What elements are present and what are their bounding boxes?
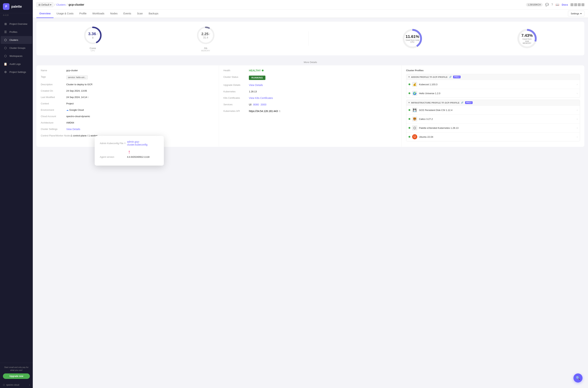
service-port1-link[interactable]: :8080 bbox=[252, 103, 259, 106]
chat-icon[interactable]: 💬 bbox=[545, 3, 549, 6]
tab-overview[interactable]: Overview bbox=[36, 9, 53, 18]
cloud-account-label: Cloud Account bbox=[41, 115, 66, 118]
infra-profile-group: ▾ INFRASTRUCTURE PROFILE TF-GCP-PROFILE … bbox=[406, 100, 580, 141]
memory-name: Gb bbox=[204, 47, 207, 49]
cluster-settings-link[interactable]: View Details bbox=[66, 128, 80, 131]
health-row: Health HEALTHY bbox=[223, 69, 397, 72]
book-icon[interactable]: 📖 bbox=[556, 3, 559, 6]
memory-donut-sub: MEMORY bbox=[521, 42, 533, 44]
sidebar-item-label: Project Settings bbox=[9, 71, 26, 73]
more-details-link[interactable]: More Details bbox=[36, 59, 584, 65]
profile-item-ubuntu: U Ubuntu 22.04 › bbox=[406, 132, 580, 141]
kubecost-name: Kubecost 1.103.3 bbox=[419, 83, 575, 86]
infra-link-icon[interactable]: 🔗 bbox=[461, 101, 464, 104]
settings-button[interactable]: Settings ▾ bbox=[568, 11, 584, 16]
sidebar-item-workspaces[interactable]: ⬡ Workspaces bbox=[1, 52, 32, 60]
help-icon[interactable]: ? bbox=[551, 3, 553, 6]
cpu-circle: 3.36 / 8 bbox=[83, 25, 103, 45]
health-text: HEALTHY bbox=[249, 69, 261, 72]
cluster-groups-icon: ⬡ bbox=[4, 46, 7, 50]
agent-version-row: Agent version 4.4.9/20240912.1118 bbox=[100, 156, 159, 158]
cluster-status-section: Health HEALTHY Cluster Status RUNNING Up… bbox=[219, 65, 402, 147]
context-row: Context Project bbox=[41, 102, 214, 105]
kubernetes-label: Kubernetes bbox=[223, 90, 249, 93]
tab-events[interactable]: Events bbox=[120, 9, 134, 18]
kubeconfig-link[interactable]: admin.gcp-cluster.kubeconfig bbox=[127, 140, 159, 146]
control-plane-value: 1 control-plane / 1 worker bbox=[71, 134, 98, 137]
tab-scan[interactable]: Scan bbox=[134, 9, 146, 18]
settings-label: Settings bbox=[571, 12, 579, 15]
upgrade-button[interactable]: Upgrade now bbox=[3, 373, 30, 379]
project-settings-icon: ⚙ bbox=[4, 70, 7, 74]
sidebar-item-cluster-groups[interactable]: ⬡ Cluster Groups bbox=[1, 44, 32, 52]
docs-link[interactable]: Docs bbox=[562, 3, 568, 6]
default-dropdown[interactable]: ⊞ Default ▾ bbox=[36, 2, 53, 7]
kubecost-status-dot bbox=[408, 83, 410, 85]
sidebar-collapse-button[interactable]: ‹ bbox=[29, 384, 30, 386]
infra-expand-icon[interactable]: ▾ bbox=[408, 101, 410, 104]
k8s-api-url: https://34.54.126.181:443 bbox=[249, 110, 278, 113]
description-label: Description bbox=[41, 83, 66, 86]
tab-nodes[interactable]: Nodes bbox=[107, 9, 120, 18]
hello-universe-name: Hello Universe 1.2.0 bbox=[419, 92, 575, 95]
tab-usage-costs[interactable]: Usage & Costs bbox=[53, 9, 76, 18]
tenant-label: spectro cloud bbox=[6, 384, 19, 386]
list-view-icon[interactable] bbox=[574, 3, 577, 6]
sidebar-item-audit-logs[interactable]: 📋 Audit Logs bbox=[1, 60, 32, 68]
ubuntu-icon: U bbox=[412, 134, 417, 139]
dropdown-chevron-icon: ▾ bbox=[50, 3, 51, 6]
name-label: Name bbox=[41, 69, 66, 72]
tab-backups[interactable]: Backups bbox=[146, 9, 161, 18]
memory-metric: 2.25 / 31.4 Gb MEMORY bbox=[196, 25, 216, 52]
kubeconfig-info-icon[interactable]: ℹ bbox=[125, 142, 125, 145]
sidebar-footer: Start small and only pay for what you us… bbox=[0, 363, 33, 382]
usage-indicator: 1.29/100KCH bbox=[526, 3, 543, 7]
created-row: Created On 24 Sep 2024, 13:05 bbox=[41, 89, 214, 92]
clusters-breadcrumb-link[interactable]: Clusters bbox=[56, 3, 66, 6]
compact-view-icon[interactable] bbox=[581, 3, 584, 6]
search-fab-button[interactable]: 🔍 bbox=[573, 373, 583, 383]
upgrade-link[interactable]: View Details bbox=[249, 84, 263, 87]
memory-donut: 7.43% Used from total MEMORY bbox=[516, 28, 538, 49]
sidebar-item-project-settings[interactable]: ⚙ Project Settings bbox=[1, 68, 32, 76]
infra-badge: PROJ bbox=[465, 101, 473, 104]
cpu-circle-label: 3.36 / 8 bbox=[88, 31, 98, 39]
k8s-api-row: Kubernetes API https://34.54.126.181:443… bbox=[223, 110, 397, 113]
audit-logs-icon: 📋 bbox=[4, 62, 7, 66]
info-icon[interactable]: ℹ bbox=[88, 96, 89, 98]
created-label: Created On bbox=[41, 89, 66, 92]
addon-profile-header: ▾ ADDON PROFILE TF-GCP-PROFILE 🔗 PROJ bbox=[406, 74, 580, 80]
k8s-certs-link[interactable]: View K8s Certificates bbox=[249, 97, 273, 99]
logo-icon: P bbox=[3, 3, 9, 10]
context-value: Project bbox=[66, 102, 73, 105]
sidebar-item-label: Workspaces bbox=[9, 55, 23, 57]
panel-view-icon[interactable] bbox=[578, 3, 581, 6]
link-icon[interactable]: 🔗 bbox=[449, 76, 452, 78]
ubuntu-status-dot bbox=[408, 136, 410, 138]
copy-icon[interactable]: ⎘ bbox=[279, 110, 280, 113]
cpu-donut-pct: 11.61% bbox=[406, 34, 419, 39]
memory-donut-center: 7.43% Used from total MEMORY bbox=[521, 33, 533, 44]
layout-icons bbox=[570, 3, 584, 6]
workspaces-icon: ⬡ bbox=[4, 54, 7, 58]
sidebar-item-clusters[interactable]: ⬡ Clusters bbox=[1, 36, 32, 44]
service-port2-link[interactable]: :3000 bbox=[260, 103, 266, 106]
kubecost-arrow-icon: › bbox=[577, 83, 578, 86]
expand-icon[interactable]: ▾ bbox=[408, 76, 410, 78]
kubernetes-value: 1.28.13 bbox=[249, 90, 257, 93]
cpu-donut-sub: CPU bbox=[406, 41, 419, 43]
sidebar-item-label: Cluster Groups bbox=[9, 47, 25, 49]
environment-label: Environment bbox=[41, 109, 66, 111]
profiles-section: Cluster Profiles ▾ ADDON PROFILE TF-GCP-… bbox=[406, 69, 580, 141]
memory-circle-label: 2.25 / 31.4 bbox=[201, 32, 211, 39]
grid-view-icon[interactable] bbox=[570, 3, 573, 6]
sidebar-item-profiles[interactable]: ☰ Profiles bbox=[1, 28, 32, 36]
sidebar-item-project-overview[interactable]: ⊞ Project Overview bbox=[1, 20, 32, 28]
cpu-metric: 3.36 / 8 Cores CPU bbox=[83, 25, 103, 52]
tab-profile[interactable]: Profile bbox=[76, 9, 90, 18]
ubuntu-name: Ubuntu 22.04 bbox=[419, 136, 575, 138]
tenant-icon: ⬡ bbox=[3, 384, 5, 386]
tab-workloads[interactable]: Workloads bbox=[89, 9, 107, 18]
content: 3.36 / 8 Cores CPU 2.25 / 31.4 Gb bbox=[33, 18, 588, 388]
divider bbox=[308, 31, 309, 46]
